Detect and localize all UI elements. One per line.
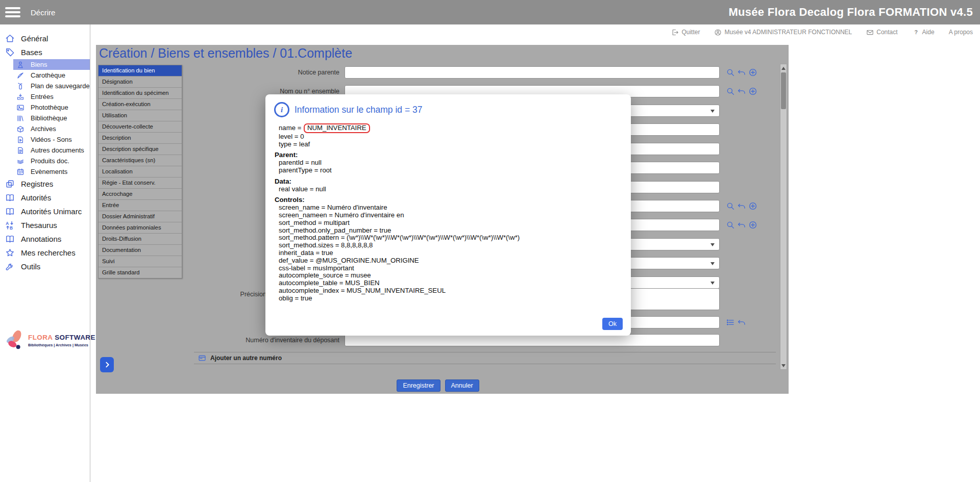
undo-icon[interactable] xyxy=(737,201,746,211)
card-icon xyxy=(198,354,206,362)
collapse-panel-button[interactable] xyxy=(100,357,114,372)
doc-icon xyxy=(16,146,24,155)
modal-detail-line: real value = null xyxy=(275,186,621,193)
sidebar-item-plan-de-sauvegarde[interactable]: Plan de sauvegarde xyxy=(0,81,90,91)
form-row-numero-d-inventaire-du-deposant: Numéro d'inventaire du déposant xyxy=(96,334,789,347)
video-file-icon xyxy=(16,136,24,144)
flora-software-logo: FLORA SOFTWARE Bibliothèques | Archives … xyxy=(5,329,95,351)
notice-parente-input[interactable] xyxy=(345,66,720,79)
scroll-up-icon[interactable] xyxy=(780,64,787,72)
highlighted-value: NUM_INVENTAIRE xyxy=(304,123,370,133)
add-number-label: Ajouter un autre numéro xyxy=(210,354,282,362)
undo-icon[interactable] xyxy=(737,220,746,230)
logo-tagline: Bibliothèques | Archives | Musées xyxy=(28,343,95,347)
field-label: Nom ou n° ensemble xyxy=(96,88,339,95)
list-icon[interactable] xyxy=(726,318,735,327)
header-link-a-propos[interactable]: A propos xyxy=(949,29,973,36)
logo-text: FLORA SOFTWARE Bibliothèques | Archives … xyxy=(28,334,95,347)
undo-icon[interactable] xyxy=(737,87,746,96)
tag-icon xyxy=(5,47,15,57)
sidebar-item-carotheque[interactable]: Carothèque xyxy=(0,70,90,81)
header-link-aide[interactable]: ?Aide xyxy=(912,29,935,36)
scroll-down-icon[interactable] xyxy=(780,362,787,369)
save-button[interactable]: Enregistrer xyxy=(397,379,440,392)
modal-detail-line: inherit_data = true xyxy=(275,249,621,257)
sidebar-item-archives[interactable]: Archives xyxy=(0,123,90,134)
svg-text:B: B xyxy=(10,225,13,230)
star-icon xyxy=(5,248,15,258)
sidebar-item-annotations[interactable]: Annotations xyxy=(0,232,90,246)
search-icon[interactable] xyxy=(726,87,735,96)
scrollbar-thumb[interactable] xyxy=(781,72,786,109)
sidebar-item-biens[interactable]: Biens xyxy=(13,59,90,70)
cancel-button[interactable]: Annuler xyxy=(445,379,479,392)
sidebar-item-general[interactable]: Général xyxy=(0,32,90,45)
plus-circle-icon[interactable] xyxy=(748,220,757,230)
modal-field-level: level = 0 xyxy=(275,133,621,141)
vertical-scrollbar[interactable] xyxy=(780,64,787,370)
plus-circle-icon[interactable] xyxy=(748,68,757,77)
app-title: Musée Flora Decalog Flora FORMATION v4.5 xyxy=(728,6,973,19)
sidebar-item-evenements[interactable]: Evènements xyxy=(0,166,90,177)
search-icon[interactable] xyxy=(726,220,735,230)
modal-detail-line: parentType = root xyxy=(275,167,621,174)
sidebar-item-bibliotheque[interactable]: Bibliothèque xyxy=(0,113,90,123)
modal-section-data: Data:real value = null xyxy=(275,178,621,193)
sidebar-item-label: Mes recherches xyxy=(21,248,76,257)
butterfly-logo-icon xyxy=(5,329,24,351)
sidebar-item-label: Autorités xyxy=(21,193,51,202)
sidebar-item-label: Annotations xyxy=(21,235,61,243)
sidebar-item-label: Entrées xyxy=(31,93,54,100)
modal-detail-line: oblig = true xyxy=(275,295,621,302)
chevron-right-icon xyxy=(103,361,111,369)
sidebar-item-autres-documents[interactable]: Autres documents xyxy=(0,145,90,156)
header-link-musee-v4-administrateur-fonctionnel[interactable]: Musée v4 ADMINISTRATEUR FONCTIONNEL xyxy=(714,29,852,36)
sidebar-item-phototheque[interactable]: Photothèque xyxy=(0,102,90,113)
ok-button[interactable]: Ok xyxy=(602,318,623,330)
books-icon xyxy=(16,114,24,122)
field-label: Précision xyxy=(96,291,266,298)
wrench-icon xyxy=(5,262,15,271)
sidebar-item-label: Archives xyxy=(31,125,56,133)
page-title: Création / Biens et ensembles / 01.Compl… xyxy=(99,46,352,61)
undo-icon[interactable] xyxy=(737,318,746,327)
undo-icon[interactable] xyxy=(737,68,746,77)
hamburger-menu-icon[interactable] xyxy=(5,7,20,17)
numero-d-inventaire-du-deposant-input[interactable] xyxy=(345,334,720,346)
topbar-menu-label[interactable]: Décrire xyxy=(31,8,55,17)
search-icon[interactable] xyxy=(726,68,735,77)
inbox-icon xyxy=(16,93,24,101)
modal-title: Information sur le champ id = 37 xyxy=(295,105,422,115)
header-link-quitter[interactable]: Quitter xyxy=(671,29,700,36)
search-icon[interactable] xyxy=(726,201,735,211)
sidebar-item-label: Biens xyxy=(31,61,47,68)
sidebar-item-mes-recherches[interactable]: Mes recherches xyxy=(0,246,90,260)
modal-section-parent: Parent:parentId = nullparentType = root xyxy=(275,151,621,174)
field-info-modal: i Information sur le champ id = 37 name … xyxy=(265,94,631,336)
sidebar-item-entrees[interactable]: Entrées xyxy=(0,91,90,102)
sidebar-item-outils[interactable]: Outils xyxy=(0,260,90,273)
sidebar-item-label: Outils xyxy=(21,262,40,271)
modal-detail-line: screen_name = Numéro d'inventaire xyxy=(275,204,621,212)
info-icon: i xyxy=(274,102,289,117)
sidebar-item-label: Thesaurus xyxy=(21,221,57,230)
add-number-bar[interactable]: Ajouter un autre numéro xyxy=(194,352,776,364)
modal-detail-line: autocomplete_table = MUS_BIEN xyxy=(275,280,621,287)
svg-text:A: A xyxy=(6,221,9,226)
sidebar-item-videos-sons[interactable]: Vidéos - Sons xyxy=(0,134,90,145)
sidebar-item-autorites[interactable]: Autorités xyxy=(0,191,90,205)
sidebar: GénéralBasesBiensCarothèquePlan de sauve… xyxy=(0,24,90,482)
sidebar-item-thesaurus[interactable]: ABThesaurus xyxy=(0,218,90,232)
header-link-contact[interactable]: Contact xyxy=(866,29,897,36)
sidebar-item-produits-doc[interactable]: Produits doc. xyxy=(0,156,90,166)
plus-circle-icon[interactable] xyxy=(748,201,757,211)
sidebar-item-label: Général xyxy=(21,34,48,43)
modal-detail-line: parentId = null xyxy=(275,159,621,167)
sidebar-item-bases[interactable]: Bases xyxy=(0,45,90,59)
chevron-down-icon xyxy=(710,282,715,285)
sidebar-item-autorites-unimarc[interactable]: Autorités Unimarc xyxy=(0,205,90,218)
exit-icon xyxy=(671,29,679,36)
sidebar-item-registres[interactable]: Registres xyxy=(0,177,90,191)
sidebar-item-label: Registres xyxy=(21,180,53,188)
plus-circle-icon[interactable] xyxy=(748,87,757,96)
